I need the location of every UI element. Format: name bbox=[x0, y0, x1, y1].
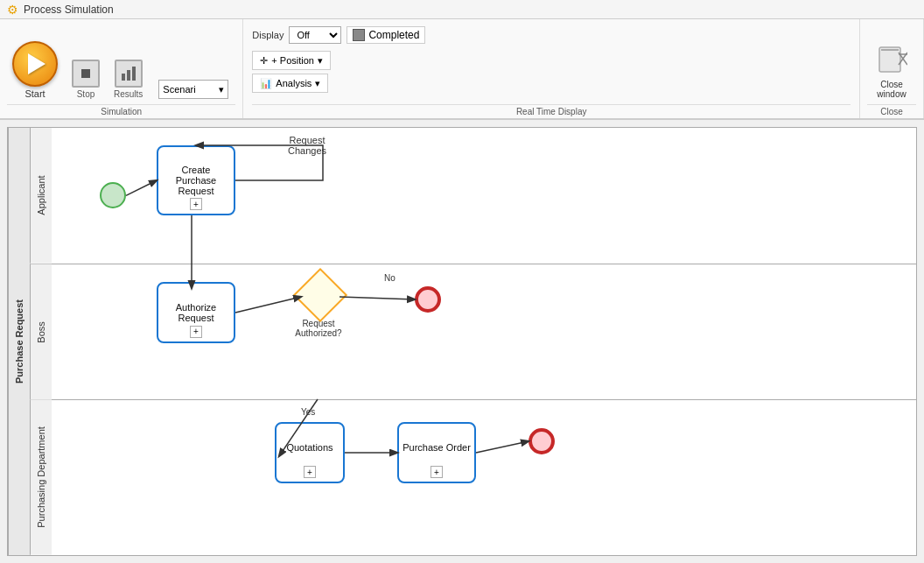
position-plus-icon: ✛ bbox=[260, 55, 268, 67]
svg-rect-1 bbox=[122, 74, 125, 81]
completed-box: Completed bbox=[346, 26, 425, 44]
stop-icon bbox=[72, 60, 100, 88]
lane-purchasing-label: Purchasing Department bbox=[30, 400, 52, 555]
svg-rect-5 bbox=[881, 49, 899, 51]
lane-boss: Boss Authorize Request + Request Authori… bbox=[30, 264, 916, 401]
svg-line-13 bbox=[476, 441, 528, 453]
analysis-button[interactable]: 📊 Analysis ▾ bbox=[252, 74, 328, 93]
close-group: Close window Close bbox=[860, 19, 924, 118]
swimlane-lanes: Applicant Create Purchase Request + Requ… bbox=[30, 128, 916, 555]
authorize-request-task[interactable]: Authorize Request + bbox=[157, 282, 235, 343]
stop-button[interactable]: Stop bbox=[66, 56, 105, 102]
simulation-group-label: Simulation bbox=[7, 104, 235, 116]
close-window-button[interactable]: Close window bbox=[867, 39, 916, 102]
scenario-area: Scenari ▾ bbox=[151, 76, 235, 102]
canvas-area: Purchase Request Applicant Create Purcha… bbox=[7, 127, 917, 556]
ribbon: Start Stop Results bbox=[0, 19, 924, 120]
close-icon bbox=[876, 43, 907, 80]
simulation-group-content: Start Stop Results bbox=[7, 23, 235, 102]
close-group-label: Close bbox=[867, 104, 916, 116]
lane-purchasing-content: Quotations + Purchase Order + Yes bbox=[52, 400, 916, 555]
end-yes-event bbox=[528, 428, 555, 454]
results-button[interactable]: Results bbox=[108, 56, 148, 102]
close-window-label: Close window bbox=[877, 80, 906, 99]
yes-label: Yes bbox=[301, 407, 315, 417]
quotations-label: Quotations bbox=[286, 442, 332, 453]
display-label: Display bbox=[252, 30, 284, 40]
purchasing-arrows bbox=[52, 400, 916, 555]
quotations-task[interactable]: Quotations + bbox=[275, 422, 345, 483]
lane-purchasing: Purchasing Department Quotations + Purch… bbox=[30, 400, 916, 555]
task-icon-2: + bbox=[190, 326, 202, 338]
start-event[interactable] bbox=[100, 182, 126, 208]
svg-rect-0 bbox=[81, 69, 90, 78]
display-row: Display Off Completed bbox=[252, 26, 850, 44]
lane-applicant-content: Create Purchase Request + Request Change… bbox=[52, 128, 916, 264]
gateway-shape[interactable] bbox=[293, 268, 347, 322]
position-arrow: ▾ bbox=[318, 55, 323, 67]
app-icon: ⚙ bbox=[7, 3, 18, 17]
analysis-label: Analysis bbox=[276, 78, 312, 88]
create-purchase-request-task[interactable]: Create Purchase Request + bbox=[157, 145, 235, 215]
lane-applicant-label: Applicant bbox=[30, 128, 52, 264]
authorize-request-label: Authorize Request bbox=[176, 302, 216, 323]
lane-boss-content: Authorize Request + Request Authorized? … bbox=[52, 264, 916, 400]
completed-label: Completed bbox=[368, 29, 419, 41]
task-icon-3: + bbox=[304, 466, 316, 478]
svg-rect-3 bbox=[132, 67, 136, 81]
task-icon-4: + bbox=[430, 466, 443, 478]
purchase-order-task[interactable]: Purchase Order + bbox=[397, 422, 476, 483]
position-row: ✛ + Position ▾ bbox=[252, 51, 850, 70]
create-purchase-request-label: Create Purchase Request bbox=[176, 165, 216, 196]
svg-line-11 bbox=[340, 297, 415, 299]
end-no-event bbox=[415, 286, 441, 313]
app-title: Process Simulation bbox=[24, 4, 114, 16]
play-icon bbox=[28, 53, 46, 74]
swimlane-container: Purchase Request Applicant Create Purcha… bbox=[8, 128, 916, 555]
start-button[interactable]: Start bbox=[7, 38, 63, 102]
lane-boss-label: Boss bbox=[30, 264, 52, 400]
analysis-chart-icon: 📊 bbox=[260, 78, 272, 89]
lane-applicant: Applicant Create Purchase Request + Requ… bbox=[30, 128, 916, 264]
svg-rect-2 bbox=[127, 70, 130, 81]
gateway-label: Request Authorized? bbox=[288, 319, 349, 338]
analysis-row: 📊 Analysis ▾ bbox=[252, 74, 850, 93]
display-dropdown[interactable]: Off bbox=[289, 26, 341, 44]
completed-color bbox=[353, 29, 365, 41]
real-time-display-label: Real Time Display bbox=[252, 104, 850, 116]
position-label: + Position bbox=[271, 55, 314, 66]
results-icon bbox=[115, 60, 143, 88]
results-label: Results bbox=[114, 89, 143, 99]
start-button-circle bbox=[12, 41, 58, 87]
scenario-dropdown[interactable]: Scenari ▾ bbox=[158, 80, 228, 99]
request-changes-label: Request Changes bbox=[288, 135, 326, 156]
start-label: Start bbox=[24, 88, 45, 99]
close-group-content: Close window bbox=[867, 23, 916, 102]
outer-swimlane-label: Purchase Request bbox=[8, 128, 30, 555]
svg-rect-4 bbox=[879, 47, 900, 72]
real-time-display-group: Display Off Completed ✛ + Position ▾ bbox=[243, 19, 860, 118]
task-icon-1: + bbox=[190, 198, 202, 210]
svg-line-10 bbox=[235, 297, 301, 313]
no-label: No bbox=[384, 273, 396, 283]
position-button[interactable]: ✛ + Position ▾ bbox=[252, 51, 331, 70]
analysis-arrow: ▾ bbox=[315, 78, 320, 89]
stop-label: Stop bbox=[77, 89, 95, 99]
title-bar: ⚙ Process Simulation bbox=[0, 0, 924, 19]
svg-line-9 bbox=[126, 180, 157, 195]
simulation-group: Start Stop Results bbox=[0, 19, 243, 118]
purchase-order-label: Purchase Order bbox=[402, 442, 471, 453]
